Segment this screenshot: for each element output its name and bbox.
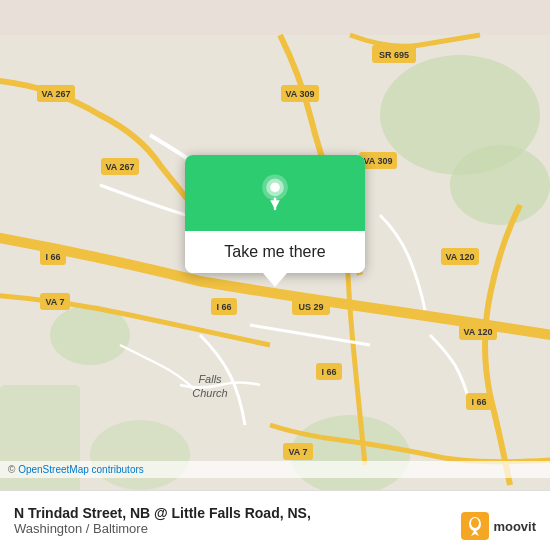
svg-text:Church: Church: [192, 387, 227, 399]
moovit-icon: [461, 512, 489, 540]
svg-point-2: [450, 145, 550, 225]
svg-point-5: [90, 420, 190, 490]
popup-bubble: Take me there: [185, 155, 365, 287]
svg-text:VA 267: VA 267: [41, 89, 70, 99]
svg-text:I 66: I 66: [321, 367, 336, 377]
svg-text:VA 120: VA 120: [445, 252, 474, 262]
svg-point-39: [270, 183, 280, 193]
popup-card: Take me there: [185, 155, 365, 273]
svg-text:I 66: I 66: [45, 252, 60, 262]
location-pin-icon: [255, 173, 295, 213]
svg-text:SR 695: SR 695: [379, 50, 409, 60]
svg-text:VA 309: VA 309: [285, 89, 314, 99]
map-container: SR 695 VA 267 VA 267 VA 309 VA 309 I 66 …: [0, 0, 550, 550]
svg-text:I 66: I 66: [471, 397, 486, 407]
info-card: N Trindad Street, NB @ Little Falls Road…: [0, 490, 550, 550]
moovit-brand-name: moovit: [493, 519, 536, 534]
svg-text:I 66: I 66: [216, 302, 231, 312]
svg-text:VA 267: VA 267: [105, 162, 134, 172]
popup-header: [185, 155, 365, 231]
svg-text:VA 7: VA 7: [45, 297, 64, 307]
copyright-prefix: ©: [8, 464, 18, 475]
svg-text:VA 120: VA 120: [463, 327, 492, 337]
location-subtitle: Washington / Baltimore: [14, 521, 536, 536]
svg-text:US 29: US 29: [298, 302, 323, 312]
moovit-logo: moovit: [461, 512, 536, 540]
svg-text:VA 7: VA 7: [288, 447, 307, 457]
svg-text:VA 309: VA 309: [363, 156, 392, 166]
svg-point-42: [471, 518, 479, 528]
svg-text:Falls: Falls: [198, 373, 222, 385]
take-me-there-button[interactable]: Take me there: [185, 231, 365, 273]
location-title: N Trindad Street, NB @ Little Falls Road…: [14, 505, 536, 521]
copyright-bar: © OpenStreetMap contributors: [0, 461, 550, 478]
popup-tail: [263, 273, 287, 287]
copyright-link[interactable]: OpenStreetMap contributors: [18, 464, 144, 475]
